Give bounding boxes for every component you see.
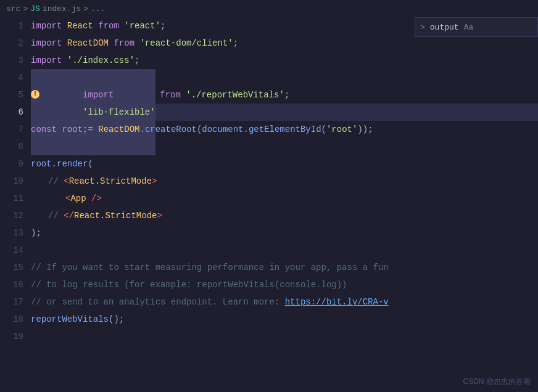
- token-root-str: 'root': [326, 121, 357, 138]
- line-num-8: 8: [5, 138, 23, 155]
- output-arrow: >: [420, 23, 425, 32]
- code-line-6: import 'lib-flexible' ;: [31, 104, 538, 121]
- token-dot1: .: [139, 121, 144, 138]
- code-area[interactable]: import React from 'react' ; import React…: [31, 17, 538, 392]
- code-line-13: );: [31, 224, 538, 242]
- line-num-1: 1: [5, 17, 23, 35]
- token-reactstrict-open: React.StrictMode: [69, 173, 152, 190]
- token-createroot: createRoot: [145, 121, 197, 138]
- token-reactdom-2: ReactDOM: [98, 121, 139, 138]
- token-url[interactable]: https://bit.ly/CRA-v: [285, 293, 389, 311]
- token-dot3: .: [52, 155, 57, 173]
- token-app-tag-open: <: [65, 190, 70, 207]
- token-dot2: .: [244, 121, 249, 138]
- token-paren2: (: [321, 121, 326, 138]
- token-tag-close1: >: [152, 173, 157, 190]
- token-semi-5: ;: [284, 86, 289, 104]
- code-line-11: < App />: [31, 190, 538, 207]
- line-num-3: 3: [5, 52, 23, 69]
- token-comment-4b: log results (for example: reportWebVital…: [57, 276, 347, 293]
- code-line-19: [31, 328, 538, 345]
- token-react: React: [67, 17, 98, 35]
- token-from-1: from: [98, 17, 124, 35]
- code-line-18: reportWebVitals ();: [31, 311, 538, 328]
- line-num-2: 2: [5, 35, 23, 52]
- token-paren3: (: [88, 155, 93, 173]
- token-reactdom: ReactDOM: [67, 35, 114, 52]
- token-comment-1: //: [48, 173, 64, 190]
- output-panel: > output Aa: [415, 17, 538, 37]
- breadcrumb-sep1: >: [23, 4, 28, 14]
- token-import-2: import: [31, 35, 67, 52]
- line-num-10: 10: [5, 173, 23, 190]
- line-num-15: 15: [5, 259, 23, 276]
- code-line-9: root . render (: [31, 155, 538, 173]
- token-import-1: import: [31, 17, 67, 35]
- breadcrumb-js: JS: [30, 4, 40, 14]
- import-selected-bg: import 'lib-flexible' ;: [31, 69, 155, 155]
- token-to-comment: to: [46, 276, 57, 293]
- code-line-2: import ReactDOM from 'react-dom/client' …: [31, 35, 538, 52]
- token-app-selfclose: />: [91, 190, 102, 207]
- line-num-5: 5: [5, 86, 23, 104]
- token-getelbyid: getElementById: [249, 121, 321, 138]
- token-render: render: [57, 155, 88, 173]
- token-root-id: root: [31, 155, 52, 173]
- token-from-5: from: [160, 86, 186, 104]
- breadcrumb: src > JS index.js > ...: [0, 0, 538, 17]
- token-reactstrict-close: React.StrictMode: [74, 207, 157, 224]
- code-line-10: // < React.StrictMode >: [31, 173, 538, 190]
- code-line-15: // If you want to start measuring perfor…: [31, 259, 538, 276]
- token-parens-close: ));: [357, 121, 373, 138]
- token-eq: =: [88, 121, 98, 138]
- watermark: CSDN @忠忠的谷雨: [463, 377, 531, 387]
- token-tag-close2: >: [157, 207, 162, 224]
- line-num-13: 13: [5, 224, 23, 242]
- token-comment-2: //: [48, 207, 64, 224]
- line-num-17: 17: [5, 293, 23, 311]
- token-root-var: root: [62, 121, 88, 138]
- token-call-parens: ();: [109, 311, 124, 328]
- token-str-libflex: 'lib-flexible': [83, 107, 155, 117]
- code-line-12: // </ React.StrictMode >: [31, 207, 538, 224]
- line-num-9: 9: [5, 155, 23, 173]
- token-comment-5: // or send to an analytics endpoint. Lea…: [31, 293, 285, 311]
- token-tag-close-start: </: [64, 207, 74, 224]
- line-num-7: 7: [5, 121, 23, 138]
- line-num-6: 6: [5, 104, 23, 121]
- code-line-7: const root = ReactDOM . createRoot ( doc…: [31, 121, 538, 138]
- aa-label: Aa: [464, 23, 474, 32]
- editor-container: src > JS index.js > ... > output Aa 1 2 …: [0, 0, 538, 392]
- code-line-14: [31, 242, 538, 259]
- token-const: const: [31, 121, 62, 138]
- token-str-css: './index.css': [67, 52, 134, 69]
- token-document: document: [202, 121, 243, 138]
- token-semi-1: ;: [160, 17, 165, 35]
- token-str-react: 'react': [124, 17, 160, 35]
- breadcrumb-src: src: [6, 4, 20, 14]
- code-line-17: // or send to an analytics endpoint. Lea…: [31, 293, 538, 311]
- breadcrumb-ellipsis: ...: [91, 4, 105, 14]
- token-paren1: (: [197, 121, 202, 138]
- code-line-3: import './index.css' ;: [31, 52, 538, 69]
- line-num-11: 11: [5, 190, 23, 207]
- line-num-14: 14: [5, 242, 23, 259]
- line-num-18: 18: [5, 311, 23, 328]
- token-import-6: import: [83, 90, 119, 100]
- token-app-tag: App: [70, 190, 91, 207]
- line-numbers: 1 2 3 4 5 6 7 8 9 10 11 12 13 14 15 16 1…: [0, 17, 31, 392]
- token-from-2: from: [114, 35, 139, 52]
- breadcrumb-sep2: >: [83, 4, 88, 14]
- token-str-rwv: './reportWebVitals': [186, 86, 284, 104]
- line-num-16: 16: [5, 276, 23, 293]
- token-comment-4: //: [31, 276, 46, 293]
- line-num-19: 19: [5, 328, 23, 345]
- warning-icon: !: [31, 90, 39, 99]
- token-tag-open: <: [64, 173, 68, 190]
- line-num-4: 4: [5, 69, 23, 86]
- token-str-reactdom: 'react-dom/client': [139, 35, 233, 52]
- code-line-16: // to log results (for example: reportWe…: [31, 276, 538, 293]
- token-import-3: import: [31, 52, 67, 69]
- editor-body: > output Aa 1 2 3 4 5 6 7 8 9 10 11 12 1…: [0, 17, 538, 392]
- output-label: output: [430, 23, 459, 32]
